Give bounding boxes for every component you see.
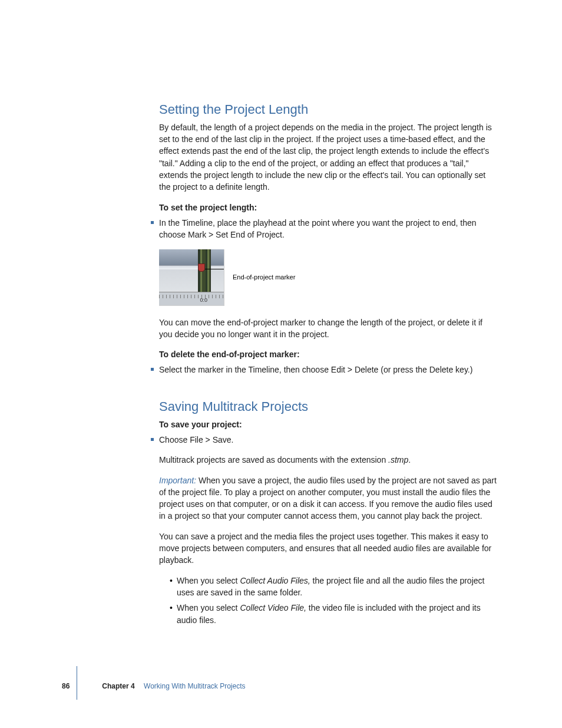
proc2-step: Select the marker in the Timeline, then …	[159, 364, 497, 375]
end-of-project-marker-icon	[198, 263, 205, 272]
collect-video-em: Collect Video File,	[240, 603, 306, 612]
section1-intro: By default, the length of a project depe…	[159, 121, 497, 193]
save-proc-steps: Choose File > Save.	[159, 434, 497, 446]
collect-audio-item: When you select Collect Audio Files, the…	[170, 575, 497, 599]
proc1-steps: In the Timeline, place the playhead at t…	[159, 217, 497, 241]
save-proc-title: To save your project:	[159, 419, 497, 430]
ruler-zero-label: 0:0	[200, 297, 207, 304]
page-footer: 86 Chapter 4 Working With Multitrack Pro…	[0, 681, 562, 691]
after-figure-para: You can move the end-of-project marker t…	[159, 317, 497, 341]
collect-audio-pre: When you select	[177, 576, 240, 585]
chapter-title: Working With Multitrack Projects	[144, 682, 245, 690]
collect-audio-em: Collect Audio Files,	[240, 576, 310, 585]
proc1-title: To set the project length:	[159, 202, 497, 213]
footer-rule	[77, 666, 77, 700]
save-proc-step: Choose File > Save.	[159, 434, 497, 446]
important-body: When you save a project, the audio files…	[159, 476, 497, 521]
stmp-para: Multitrack projects are saved as documen…	[159, 454, 497, 466]
important-label: Important:	[159, 476, 196, 485]
proc1-step: In the Timeline, place the playhead at t…	[159, 217, 497, 241]
collect-video-item: When you select Collect Video File, the …	[170, 602, 497, 626]
section1-heading: Setting the Project Length	[159, 100, 497, 119]
page-content: Setting the Project Length By default, t…	[0, 0, 562, 690]
end-of-project-figure: 0:0 End-of-project marker	[159, 249, 497, 306]
chapter-info: Chapter 4 Working With Multitrack Projec…	[102, 681, 245, 691]
stmp-post: .	[408, 455, 411, 465]
proc2-steps: Select the marker in the Timeline, then …	[159, 364, 497, 375]
important-para: Important: When you save a project, the …	[159, 475, 497, 522]
proc2-title: To delete the end-of-project marker:	[159, 348, 497, 360]
page-number: 86	[62, 681, 70, 691]
collect-options-list: When you select Collect Audio Files, the…	[159, 575, 497, 626]
chapter-label: Chapter 4	[102, 682, 134, 690]
timeline-marker-illustration: 0:0	[159, 249, 224, 306]
stmp-pre: Multitrack projects are saved as documen…	[159, 455, 388, 465]
figure-caption: End-of-project marker	[233, 273, 295, 282]
collect-intro-para: You can save a project and the media fil…	[159, 531, 497, 566]
collect-video-pre: When you select	[177, 603, 240, 612]
section2-heading: Saving Multitrack Projects	[159, 397, 497, 416]
stmp-extension: .stmp	[388, 455, 408, 465]
